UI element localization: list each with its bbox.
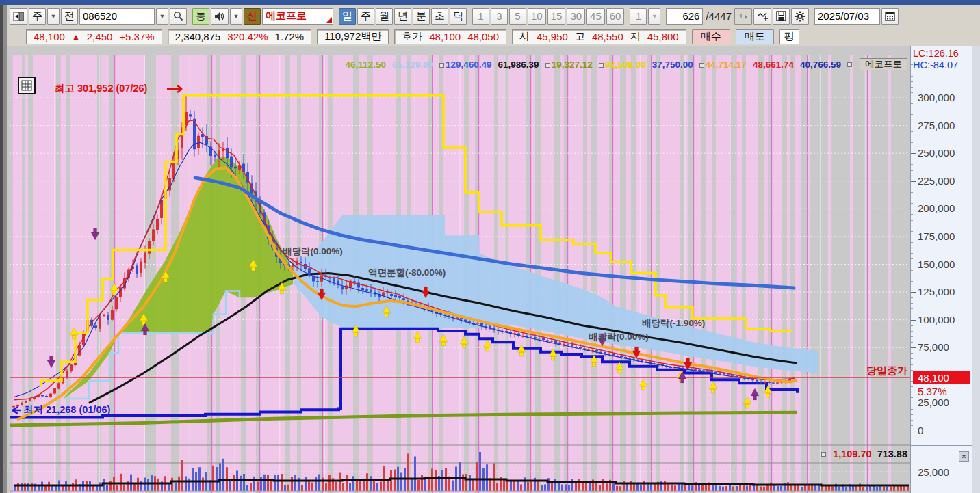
stock-name-chip: 에코프로	[860, 58, 907, 70]
subpanel-value-2: 713.88	[877, 449, 907, 459]
search-icon[interactable]	[170, 8, 187, 25]
period-tab-월[interactable]: 월	[376, 8, 393, 25]
up-arrow-icon: ▲	[72, 32, 80, 42]
bid-price: 48,100	[429, 31, 461, 42]
svg-text:배당락(0.00%): 배당락(0.00%)	[283, 246, 343, 256]
volume-value: 2,340,875	[175, 31, 221, 42]
subpanel-legend: 1,109.70 713.88	[684, 447, 907, 461]
code-dropdown-icon[interactable]: ▼	[156, 8, 168, 25]
period-tab-group: 일주월년분초틱	[339, 8, 467, 25]
legend-item: 61,986.39	[498, 59, 539, 70]
legend-item: 40,766.59	[800, 59, 841, 70]
legend-square-icon	[599, 63, 604, 68]
price-field: 48,100 ▲ 2,450 +5.37%	[26, 29, 162, 44]
speaker-dropdown-icon[interactable]: ▼	[230, 8, 242, 25]
buy-button[interactable]: 매수	[692, 29, 730, 44]
current-pct-label: 5.37%	[918, 386, 947, 397]
stock-chart-canvas[interactable]: 최고 301,952 (07/26)최저 21,268 (01/06)배당락(0…	[0, 46, 980, 493]
svg-text:배당락(-1.90%): 배당락(-1.90%)	[642, 318, 705, 328]
period-tab-초[interactable]: 초	[431, 8, 448, 25]
period-tab-일[interactable]: 일	[339, 8, 356, 25]
axis-tick-label: 275,000	[918, 120, 955, 131]
minute-button-45[interactable]: 45	[586, 8, 605, 25]
price-axis[interactable]: LC:126.16 HC:-84.07 300,000275,000250,00…	[910, 46, 972, 493]
axis-tick-label: 175,000	[918, 230, 955, 242]
legend-item: 48,661.74	[753, 59, 794, 70]
legend-square-icon	[847, 62, 852, 67]
period-tab-년[interactable]: 년	[394, 8, 411, 25]
save-icon[interactable]	[773, 8, 790, 25]
minute-button-1[interactable]: 1	[472, 8, 489, 25]
legend-item: 46,112.50	[346, 59, 386, 70]
period-tab-주[interactable]: 주	[357, 8, 374, 25]
high-label: 고	[575, 30, 585, 43]
ohl-field: 시 45,950 고 48,550 저 45,800	[512, 29, 686, 44]
bar-total-label: /4447	[704, 10, 733, 22]
axis-tick-label: 250,000	[918, 147, 955, 159]
panel-toggle-icon[interactable]	[10, 8, 27, 25]
sell-button[interactable]: 매도	[736, 29, 774, 44]
chart-area[interactable]: 최고 301,952 (07/26)최저 21,268 (01/06)배당락(0…	[0, 46, 980, 493]
lc-value: LC:126.16	[913, 48, 959, 59]
legend-square-icon	[545, 63, 550, 68]
volume-field: 2,340,875 320.42% 1.72%	[168, 29, 312, 44]
legend-item: 65,129.00	[392, 59, 433, 70]
vertical-scrollbar[interactable]	[972, 46, 980, 493]
bar-count-input[interactable]: 626	[666, 8, 703, 25]
axis-tick-label: 75,000	[918, 341, 949, 353]
panel-divider	[911, 445, 972, 446]
current-price: 48,100	[34, 31, 65, 42]
quote-bar: 48,100 ▲ 2,450 +5.37% 2,340,875 320.42% …	[7, 27, 980, 46]
axis-tick-label: 225,000	[918, 175, 955, 187]
chart-toolbar: 주 ▼ 전 086520 ▼ 통 ▼ 신 에코프로 일주월년분초틱 135101…	[7, 5, 980, 27]
stock-name-field[interactable]: 에코프로	[262, 8, 333, 25]
resize-corner-icon	[326, 17, 332, 23]
volume-ratio: 320.42%	[227, 31, 268, 42]
axis-tick-label: 125,000	[918, 286, 955, 297]
svg-text:배당락(0.00%): 배당락(0.00%)	[589, 332, 649, 342]
minute-button-15[interactable]: 15	[547, 8, 566, 25]
tong-button[interactable]: 통	[192, 8, 209, 25]
minute-button-30[interactable]: 30	[567, 8, 585, 25]
amount-field: 110,972백만	[317, 29, 389, 44]
shin-button[interactable]: 신	[244, 8, 261, 25]
hoga-field: 호가 48,100 48,050	[394, 29, 506, 44]
chart-type-dropdown-icon[interactable]: ▼	[47, 8, 60, 25]
low-label: 저	[630, 30, 641, 43]
interval-dropdown-icon[interactable]: ▼	[648, 8, 660, 25]
low-price: 45,800	[647, 31, 679, 42]
legend-item: 129,460.49	[439, 59, 492, 70]
window-titlebar	[0, 0, 980, 5]
legend-item: 19,327.12	[545, 59, 593, 70]
chart-window: 주 ▼ 전 086520 ▼ 통 ▼ 신 에코프로 일주월년분초틱 135101…	[0, 0, 980, 493]
minute-button-10[interactable]: 10	[528, 8, 546, 25]
date-input[interactable]: 2025/07/03	[814, 8, 880, 25]
legend-square-icon	[439, 63, 444, 68]
interval-value[interactable]: 1	[630, 8, 647, 25]
avg-button[interactable]: 평	[779, 29, 799, 44]
speaker-icon[interactable]	[211, 8, 229, 25]
svg-text:액면분할(-80.00%): 액면분할(-80.00%)	[368, 267, 446, 278]
settings-gear-icon[interactable]	[791, 8, 809, 25]
subpanel-close-icon[interactable]: ✕	[959, 451, 969, 462]
indicator-legend: 46,112.5065,129.00129,460.4961,986.3919,…	[226, 58, 907, 70]
legend-item: 37,750.00	[652, 59, 693, 70]
chart-type-button[interactable]: 주	[29, 8, 46, 25]
calendar-icon[interactable]	[881, 8, 899, 25]
axis-tick-label: 25,000	[918, 397, 949, 408]
compare-arrows-icon[interactable]	[734, 8, 752, 25]
minute-button-5[interactable]: 5	[509, 8, 526, 25]
grid-tool-icon[interactable]	[18, 77, 36, 94]
minute-button-60[interactable]: 60	[606, 8, 625, 25]
stock-code-input[interactable]: 086520	[79, 8, 155, 25]
minute-button-3[interactable]: 3	[491, 8, 508, 25]
period-tab-틱[interactable]: 틱	[450, 8, 467, 25]
current-price-tag: 48,100	[913, 371, 970, 384]
prev-stock-button[interactable]: 전	[61, 8, 78, 25]
svg-text:최고 301,952 (07/26): 최고 301,952 (07/26)	[55, 83, 148, 94]
minute-button-group: 1351015304560	[472, 8, 624, 25]
axis-tick-label: 200,000	[918, 202, 955, 214]
period-tab-분[interactable]: 분	[413, 8, 430, 25]
trendline-icon[interactable]	[753, 8, 771, 25]
trade-amount: 110,972백만	[324, 30, 381, 43]
